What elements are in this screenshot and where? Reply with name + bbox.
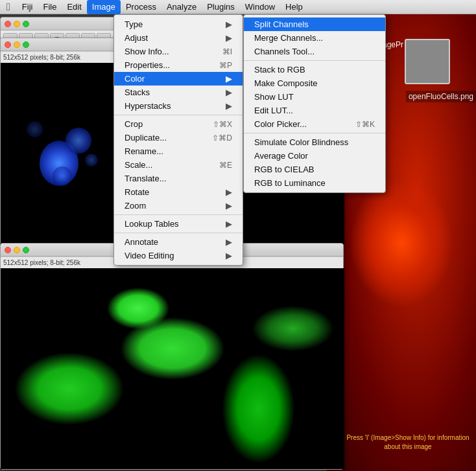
menu-lookup-tables-label: Lookup Tables [125,219,179,229]
maximize-button[interactable] [23,21,29,27]
menu-video-editing-arrow: ▶ [226,251,232,260]
menu-crop-label: Crop [125,119,143,129]
menubar-analyze[interactable]: Analyze [161,0,202,14]
menu-stacks[interactable]: Stacks ▶ [114,86,243,99]
submenu-rgb-to-luminance[interactable]: RGB to Luminance [244,176,385,190]
menu-annotate-label: Annotate [125,237,158,247]
green-cells-overlay [1,268,344,469]
submenu-split-channels[interactable]: Split Channels [244,17,385,31]
menu-hyperstacks[interactable]: Hyperstacks ▶ [114,99,243,113]
menu-annotate[interactable]: Annotate ▶ [114,235,243,249]
menu-crop-shortcut: ⇧⌘X [213,120,232,129]
menu-adjust-arrow: ▶ [226,33,232,43]
menu-zoom-arrow: ▶ [226,201,232,211]
menu-properties-label: Properties... [125,60,170,70]
win2-minimize[interactable] [14,247,20,253]
menu-show-info-shortcut: ⌘I [222,47,232,56]
submenu-show-lut[interactable]: Show LUT [244,90,385,104]
submenu-merge-channels-label: Merge Channels... [254,33,323,43]
menu-scale-label: Scale... [125,160,152,170]
close-button[interactable] [5,21,11,27]
submenu-make-composite[interactable]: Make Composite [244,76,385,90]
menubar-file[interactable]: File [38,0,62,14]
fiji-toolbar-titlebar [1,17,116,30]
menu-sep2 [114,214,243,215]
menubar-process[interactable]: Process [121,0,161,14]
submenu-simulate-color-blindness[interactable]: Simulate Color Blindness [244,135,385,149]
menu-rotate[interactable]: Rotate ▶ [114,185,243,199]
submenu-rgb-to-luminance-label: RGB to Luminance [254,178,326,188]
menu-stacks-label: Stacks [125,87,150,97]
menu-duplicate-shortcut: ⇧⌘D [212,133,232,143]
menu-color[interactable]: Color ▶ [114,72,243,86]
menubar-edit[interactable]: Edit [62,0,86,14]
submenu-channels-tool[interactable]: Channels Tool... [244,45,385,58]
menu-hyperstacks-label: Hyperstacks [125,101,171,111]
menu-duplicate-label: Duplicate... [125,133,167,143]
submenu-average-color[interactable]: Average Color [244,149,385,163]
imagej-thumbnail[interactable] [405,39,450,84]
menu-rename-label: Rename... [125,146,163,156]
traffic-lights-win2 [5,247,29,253]
menu-rotate-arrow: ▶ [226,187,232,197]
submenu-channels-tool-label: Channels Tool... [254,47,315,56]
submenu-sep1 [244,60,385,61]
menubar-plugins[interactable]: Plugins [202,0,240,14]
menu-lookup-tables[interactable]: Lookup Tables ▶ [114,217,243,231]
win1-close[interactable] [5,41,11,48]
win1-minimize[interactable] [14,41,20,48]
submenu-edit-lut-label: Edit LUT... [254,106,293,115]
color-submenu: Split Channels Merge Channels... Channel… [243,14,386,193]
apple-menu[interactable]:  [0,1,17,13]
menu-adjust-label: Adjust [125,33,148,43]
menu-properties[interactable]: Properties... ⌘P [114,58,243,72]
menu-annotate-arrow: ▶ [226,237,232,247]
menubar-image[interactable]: Image [87,0,121,14]
win2-close[interactable] [5,247,11,253]
submenu-stack-to-rgb[interactable]: Stack to RGB [244,63,385,76]
submenu-color-picker-label: Color Picker... [254,119,307,129]
menu-translate[interactable]: Translate... [114,172,243,185]
menu-zoom[interactable]: Zoom ▶ [114,199,243,213]
submenu-split-channels-label: Split Channels [254,19,309,29]
image-dropdown-menu: Type ▶ Adjust ▶ Show Info... ⌘I Properti… [113,14,243,266]
menu-type[interactable]: Type ▶ [114,17,243,31]
submenu-sep2 [244,133,385,133]
filename-label: openFluoCells.png [406,91,476,102]
menu-type-label: Type [125,19,143,29]
submenu-rgb-to-cielab[interactable]: RGB to CIELAB [244,163,385,176]
menu-hyperstacks-arrow: ▶ [226,101,232,111]
menu-rotate-label: Rotate [125,187,149,197]
press-info-text: Press 'I' (Image>Show Info) for informat… [343,433,473,452]
menu-color-label: Color [125,74,145,84]
menu-duplicate[interactable]: Duplicate... ⇧⌘D [114,131,243,144]
submenu-stack-to-rgb-label: Stack to RGB [254,65,305,75]
menu-show-info[interactable]: Show Info... ⌘I [114,45,243,58]
menu-rename[interactable]: Rename... [114,144,243,158]
submenu-simulate-color-blindness-label: Simulate Color Blindness [254,137,348,147]
submenu-merge-channels[interactable]: Merge Channels... [244,31,385,45]
menu-crop[interactable]: Crop ⇧⌘X [114,117,243,131]
menu-scale[interactable]: Scale... ⌘E [114,158,243,172]
submenu-average-color-label: Average Color [254,151,308,161]
submenu-edit-lut[interactable]: Edit LUT... [244,104,385,117]
menubar-help[interactable]: Help [280,0,308,14]
minimize-button[interactable] [14,21,20,27]
menubar-window[interactable]: Window [240,0,280,14]
traffic-lights [5,21,29,27]
submenu-color-picker[interactable]: Color Picker... ⇧⌘K [244,117,385,131]
menubar:  Fiji File Edit Image Process Analyze P… [0,0,476,14]
menu-scale-shortcut: ⌘E [219,161,232,170]
menu-video-editing[interactable]: Video Editing ▶ [114,249,243,262]
submenu-make-composite-label: Make Composite [254,78,318,88]
traffic-lights-win1 [5,41,29,48]
menubar-fiji[interactable]: Fiji [17,0,38,14]
image-canvas-green[interactable] [1,268,344,469]
win1-maximize[interactable] [23,41,29,48]
submenu-color-picker-shortcut: ⇧⌘K [355,120,375,129]
menu-video-editing-label: Video Editing [125,251,174,260]
menu-translate-label: Translate... [125,174,167,183]
submenu-show-lut-label: Show LUT [254,92,294,102]
win2-maximize[interactable] [23,247,29,253]
menu-adjust[interactable]: Adjust ▶ [114,31,243,45]
